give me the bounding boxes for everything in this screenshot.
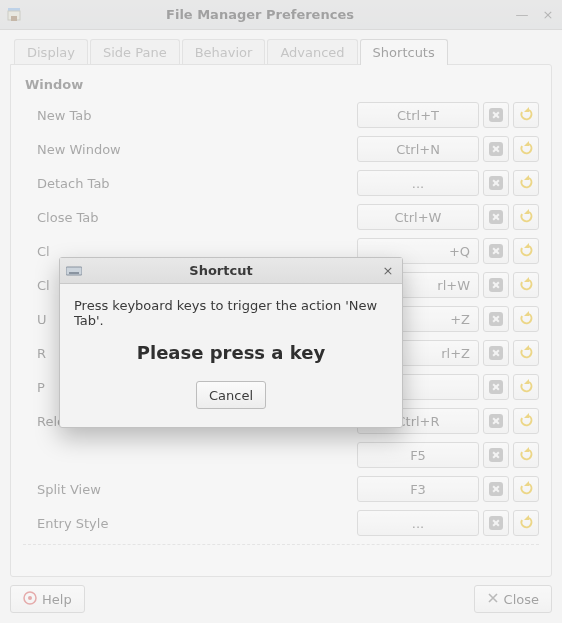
dialog-close-button[interactable]: ×: [380, 263, 396, 278]
dialog-body: Press keyboard keys to trigger the actio…: [60, 284, 402, 427]
cancel-button[interactable]: Cancel: [196, 381, 266, 409]
dialog-instruction: Press keyboard keys to trigger the actio…: [72, 298, 390, 342]
dialog-title: Shortcut: [62, 263, 380, 278]
dialog-prompt: Please press a key: [72, 342, 390, 381]
cancel-label: Cancel: [209, 388, 253, 403]
dialog-titlebar: Shortcut ×: [60, 258, 402, 284]
shortcut-dialog: Shortcut × Press keyboard keys to trigge…: [59, 257, 403, 428]
preferences-window: File Manager Preferences — × Display Sid…: [0, 0, 562, 623]
